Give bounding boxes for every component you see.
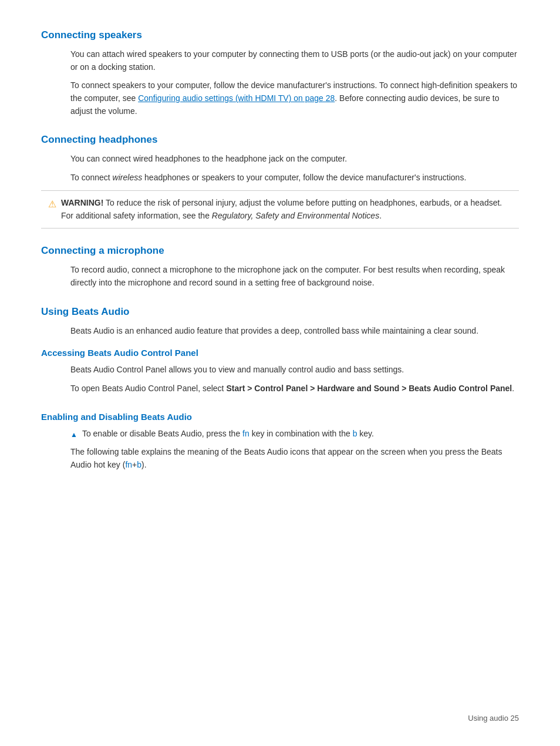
warning-icon: ⚠ [48,197,56,212]
page-footer: Using audio 25 [468,714,519,723]
bullet-text-middle: key in combination with the [249,429,353,438]
bullet-text-end: key. [357,429,374,438]
bullet-text-start: To enable or disable Beats Audio, press … [82,429,242,438]
accessing-beats-para2-start: To open Beats Audio Control Panel, selec… [70,384,226,393]
accessing-beats-para2-end: . [512,384,514,393]
using-beats-audio-section: Using Beats Audio Beats Audio is an enha… [41,306,519,472]
connecting-speakers-para1: You can attach wired speakers to your co… [70,48,519,73]
enabling-beats-bullet: ▲ To enable or disable Beats Audio, pres… [70,428,519,441]
connecting-headphones-para2-italic: wireless [113,173,143,182]
enabling-beats-para1: The following table explains the meaning… [70,446,519,471]
fn-key-link2[interactable]: fn [125,460,132,469]
warning-period: . [379,211,382,220]
warning-label: WARNING! [61,198,103,207]
connecting-headphones-para1: You can connect wired headphones to the … [70,153,519,166]
connecting-speakers-heading: Connecting speakers [41,29,519,41]
accessing-beats-heading: Accessing Beats Audio Control Panel [41,348,519,358]
accessing-beats-para1: Beats Audio Control Panel allows you to … [70,364,519,377]
hdmi-link[interactable]: Configuring audio settings (with HDMI TV… [138,93,335,103]
b-key-link2[interactable]: b [137,460,141,469]
connecting-headphones-section: Connecting headphones You can connect wi… [41,134,519,228]
connecting-microphone-section: Connecting a microphone To record audio,… [41,245,519,289]
warning-text: WARNING! To reduce the risk of personal … [61,197,512,222]
connecting-speakers-para2: To connect speakers to your computer, fo… [70,79,519,117]
warning-italic: Regulatory, Safety and Environmental Not… [212,211,379,220]
connecting-microphone-para1: To record audio, connect a microphone to… [70,264,519,289]
bullet-triangle-icon: ▲ [70,429,77,441]
enabling-disabling-beats-section: Enabling and Disabling Beats Audio ▲ To … [41,412,519,472]
using-beats-audio-heading: Using Beats Audio [41,306,519,318]
footer-text: Using audio 25 [468,714,519,723]
connecting-speakers-section: Connecting speakers You can attach wired… [41,29,519,117]
connecting-headphones-heading: Connecting headphones [41,134,519,146]
connecting-headphones-para2: To connect wireless headphones or speake… [70,172,519,184]
warning-box: ⚠ WARNING! To reduce the risk of persona… [41,190,519,228]
connecting-microphone-heading: Connecting a microphone [41,245,519,257]
accessing-beats-para2-bold: Start > Control Panel > Hardware and Sou… [226,384,512,393]
fn-key-link[interactable]: fn [242,429,249,438]
enabling-disabling-beats-heading: Enabling and Disabling Beats Audio [41,412,519,422]
accessing-beats-para2: To open Beats Audio Control Panel, selec… [70,382,519,395]
enabling-beats-bullet-text: To enable or disable Beats Audio, press … [82,428,374,441]
accessing-beats-section: Accessing Beats Audio Control Panel Beat… [41,348,519,395]
connecting-headphones-para2-start: To connect [70,173,113,182]
enabling-beats-para1-end: ). [141,460,147,469]
using-beats-audio-para1: Beats Audio is an enhanced audio feature… [70,325,519,338]
connecting-headphones-para2-end: headphones or speakers to your computer,… [142,173,466,182]
